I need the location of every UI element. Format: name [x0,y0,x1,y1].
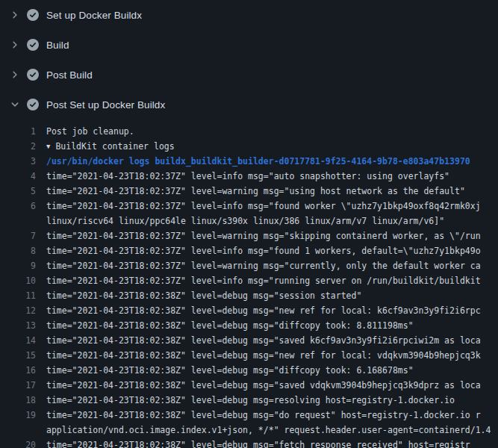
log-line[interactable]: 11time="2021-04-23T18:02:38Z" level=debu… [0,288,498,303]
line-number[interactable]: 13 [0,318,36,333]
log-command-text: /usr/bin/docker logs buildx_buildkit_bui… [36,154,498,169]
log-line-continuation: linux/riscv64 linux/ppc64le linux/s390x … [0,214,498,228]
log-line[interactable]: 15time="2021-04-23T18:02:38Z" level=debu… [0,348,498,363]
log-text: time="2021-04-23T18:02:38Z" level=debug … [36,393,498,408]
log-line[interactable]: 4time="2021-04-23T18:02:37Z" level=info … [0,169,498,184]
log-line[interactable]: 18time="2021-04-23T18:02:38Z" level=debu… [0,393,498,408]
log-text: time="2021-04-23T18:02:38Z" level=debug … [36,303,498,318]
chevron-right-icon [9,9,21,21]
group-title: BuildKit container logs [55,141,174,152]
line-number[interactable]: 15 [0,348,36,363]
line-number-empty [0,423,36,438]
log-line[interactable]: 7time="2021-04-23T18:02:37Z" level=warni… [0,228,498,243]
line-number[interactable]: 9 [0,258,36,273]
log-text: time="2021-04-23T18:02:37Z" level=info m… [36,273,498,288]
log-line[interactable]: 12time="2021-04-23T18:02:38Z" level=debu… [0,303,498,318]
log-line[interactable]: 5time="2021-04-23T18:02:37Z" level=warni… [0,184,498,199]
section-title: Post Build [46,69,93,81]
line-number[interactable]: 3 [0,154,36,169]
log-text: time="2021-04-23T18:02:38Z" level=debug … [36,363,498,378]
log-line[interactable]: 19time="2021-04-23T18:02:38Z" level=debu… [0,408,498,423]
log-line[interactable]: 16time="2021-04-23T18:02:38Z" level=debu… [0,363,498,378]
line-number[interactable]: 19 [0,408,36,423]
log-text: time="2021-04-23T18:02:37Z" level=info m… [36,243,498,258]
line-number[interactable]: 14 [0,333,36,348]
check-circle-icon [27,99,39,111]
log-line-continuation: application/vnd.oci.image.index.v1+json,… [0,423,498,438]
log-group-text[interactable]: ▼BuildKit container logs [36,139,498,154]
line-number[interactable]: 2 [0,139,36,154]
log-line[interactable]: 13time="2021-04-23T18:02:38Z" level=debu… [0,318,498,333]
check-circle-icon [27,39,39,51]
section-header-build[interactable]: Build [0,30,498,60]
line-number[interactable]: 20 [0,438,36,448]
line-number[interactable]: 4 [0,169,36,184]
log-text: time="2021-04-23T18:02:38Z" level=debug … [36,333,498,348]
log-line[interactable]: 14time="2021-04-23T18:02:38Z" level=debu… [0,333,498,348]
log-text: time="2021-04-23T18:02:38Z" level=debug … [36,378,498,393]
section-title: Build [46,40,69,51]
line-number[interactable]: 5 [0,184,36,199]
log-text: time="2021-04-23T18:02:37Z" level=warnin… [36,184,498,199]
log-line[interactable]: 20time="2021-04-23T18:02:38Z" level=debu… [0,438,498,448]
section-header-post-set-up-docker-buildx[interactable]: Post Set up Docker Buildx [0,90,498,119]
line-number[interactable]: 16 [0,363,36,378]
line-number[interactable]: 17 [0,378,36,393]
log-text: application/vnd.oci.image.index.v1+json,… [36,423,498,438]
line-number[interactable]: 6 [0,199,36,214]
chevron-right-icon [9,39,21,51]
log-text: time="2021-04-23T18:02:38Z" level=debug … [36,318,498,333]
line-number[interactable]: 18 [0,393,36,408]
chevron-right-icon [9,69,21,81]
log-text: time="2021-04-23T18:02:37Z" level=info m… [36,199,498,214]
log-line[interactable]: 2▼BuildKit container logs [0,139,498,154]
log-text: time="2021-04-23T18:02:37Z" level=info m… [36,169,498,184]
group-expand-icon[interactable]: ▼ [46,139,50,154]
log-line[interactable]: 10time="2021-04-23T18:02:37Z" level=info… [0,273,498,288]
line-number[interactable]: 7 [0,228,36,243]
line-number[interactable]: 11 [0,288,36,303]
section-header-set-up-docker-buildx[interactable]: Set up Docker Buildx [0,0,498,30]
log-container: 1Post job cleanup.2▼BuildKit container l… [0,119,498,448]
line-number[interactable]: 8 [0,243,36,258]
line-number[interactable]: 10 [0,273,36,288]
log-line[interactable]: 1Post job cleanup. [0,124,498,139]
line-number[interactable]: 1 [0,124,36,139]
log-text: time="2021-04-23T18:02:38Z" level=debug … [36,288,498,303]
check-circle-icon [27,9,39,21]
log-line[interactable]: 9time="2021-04-23T18:02:37Z" level=warni… [0,258,498,273]
line-number[interactable]: 12 [0,303,36,318]
log-text: time="2021-04-23T18:02:37Z" level=warnin… [36,228,498,243]
log-text: linux/riscv64 linux/ppc64le linux/s390x … [36,214,498,228]
check-circle-icon [27,69,39,81]
section-header-post-build[interactable]: Post Build [0,60,498,90]
log-text: time="2021-04-23T18:02:38Z" level=debug … [36,438,498,448]
log-text: time="2021-04-23T18:02:38Z" level=debug … [36,348,498,363]
log-text: time="2021-04-23T18:02:38Z" level=debug … [36,408,498,423]
log-text: time="2021-04-23T18:02:37Z" level=warnin… [36,258,498,273]
log-line[interactable]: 17time="2021-04-23T18:02:38Z" level=debu… [0,378,498,393]
log-line[interactable]: 3/usr/bin/docker logs buildx_buildkit_bu… [0,154,498,169]
log-line[interactable]: 8time="2021-04-23T18:02:37Z" level=info … [0,243,498,258]
log-text: Post job cleanup. [36,124,498,139]
log-line[interactable]: 6time="2021-04-23T18:02:37Z" level=info … [0,199,498,214]
line-number-empty [0,214,36,228]
chevron-down-icon [9,99,21,111]
workflow-log-panel: Set up Docker BuildxBuildPost BuildPost … [0,0,498,448]
section-title: Post Set up Docker Buildx [46,99,165,111]
section-title: Set up Docker Buildx [46,10,142,21]
